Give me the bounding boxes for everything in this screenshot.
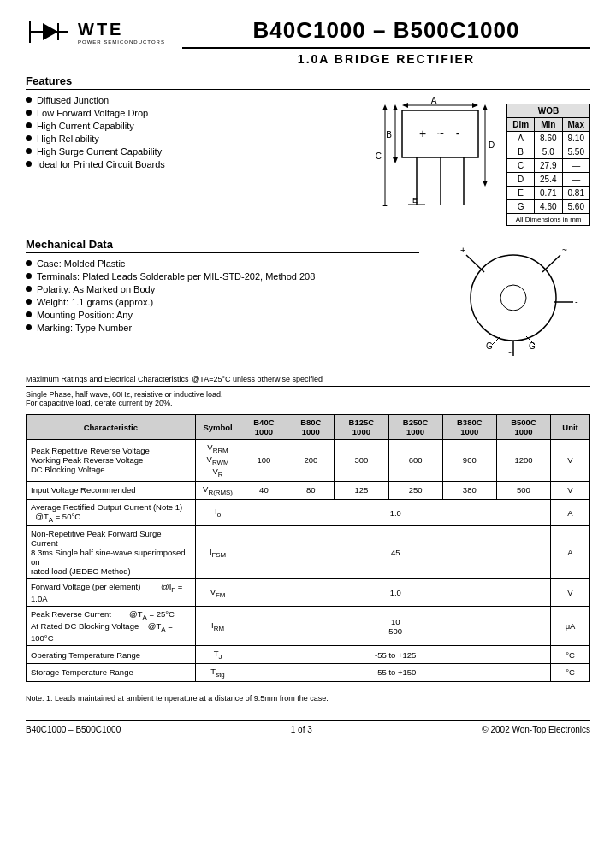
unit-cell: V xyxy=(551,579,590,607)
max-header: Max xyxy=(562,118,589,132)
wob-cell: — xyxy=(562,173,589,187)
symbol-cell: Tstg xyxy=(195,664,240,682)
characteristic-cell: Peak Reverse Current @TA = 25°CAt Rated … xyxy=(27,607,196,646)
characteristic-cell: Input Voltage Recommended xyxy=(27,481,196,499)
max-ratings-section: Maximum Ratings and Electrical Character… xyxy=(26,371,590,682)
wob-table: WOB Dim Min Max A8.609.10B5.05.50C27.9—D… xyxy=(506,104,590,226)
wob-cell: 4.60 xyxy=(535,200,562,214)
table-row: Peak Reverse Current @TA = 25°CAt Rated … xyxy=(27,607,590,646)
svg-marker-18 xyxy=(382,205,388,206)
main-title: B40C1000 – B500C1000 xyxy=(182,17,590,44)
list-item: Marking: Type Number xyxy=(26,323,419,333)
svg-text:~: ~ xyxy=(437,127,444,140)
features-content: Diffused Junction Low Forward Voltage Dr… xyxy=(26,95,590,226)
b125-header: B125C1000 xyxy=(335,415,388,440)
unit-cell: V xyxy=(551,440,590,482)
table-row: A8.609.10 xyxy=(507,132,590,145)
b250-cell: 600 xyxy=(388,440,442,482)
bullet-icon xyxy=(26,148,32,154)
symbol-cell: Io xyxy=(195,499,240,526)
svg-marker-6 xyxy=(472,103,478,108)
table-row: Input Voltage Recommended VR(RMS) 40 80 … xyxy=(27,481,590,499)
wob-cell: 5.60 xyxy=(562,200,589,214)
characteristic-cell: Peak Repetitive Reverse VoltageWorking P… xyxy=(27,440,196,482)
svg-text:+: + xyxy=(419,127,426,140)
list-item: High Surge Current Capability xyxy=(26,146,352,157)
symbol-cell: VRRMVRWMVR xyxy=(195,440,240,482)
diagram-area: A + ~ - B C xyxy=(361,95,590,226)
symbol-header: Symbol xyxy=(195,415,240,440)
svg-text:G: G xyxy=(486,341,493,351)
symbol-cell: IFSM xyxy=(195,526,240,579)
svg-text:A: A xyxy=(431,96,437,105)
package-diagram: A + ~ - B C xyxy=(361,95,498,206)
logo-area: WTE POWER SEMICONDUCTORS xyxy=(26,17,165,47)
unit-cell: °C xyxy=(551,664,590,682)
wob-cell: — xyxy=(562,159,589,173)
table-row: Peak Repetitive Reverse VoltageWorking P… xyxy=(27,440,590,482)
mechanical-section: Mechanical Data Case: Molded Plastic Ter… xyxy=(26,238,590,359)
merged-value-cell: 1.0 xyxy=(240,499,551,526)
subtitle: 1.0A BRIDGE RECTIFIER xyxy=(182,47,590,66)
b380-header: B380C1000 xyxy=(442,415,496,440)
svg-text:~: ~ xyxy=(508,348,513,358)
wob-cell: 8.60 xyxy=(535,132,562,145)
svg-line-31 xyxy=(466,255,484,272)
wob-cell: B xyxy=(507,145,535,159)
merged-value-cell: 45 xyxy=(240,526,551,579)
wob-cell: G xyxy=(507,200,535,214)
logo-subtitle: POWER SEMICONDUCTORS xyxy=(78,39,165,44)
b250-header: B250C1000 xyxy=(388,415,442,440)
page-header: WTE POWER SEMICONDUCTORS B40C1000 – B500… xyxy=(26,17,590,66)
wob-cell: 5.0 xyxy=(535,145,562,159)
svg-point-30 xyxy=(500,285,526,311)
dim-header: Dim xyxy=(507,118,535,132)
characteristic-cell: Non-Repetitive Peak Forward Surge Curren… xyxy=(27,526,196,579)
merged-value-cell: -55 to +125 xyxy=(240,646,551,664)
b40-cell: 40 xyxy=(240,481,287,499)
bullet-icon xyxy=(26,260,32,266)
svg-point-29 xyxy=(471,255,556,341)
table-row: Storage Temperature Range Tstg -55 to +1… xyxy=(27,664,590,682)
wob-cell: A xyxy=(507,132,535,145)
b500-cell: 1200 xyxy=(496,440,550,482)
svg-marker-13 xyxy=(393,104,398,110)
mechanical-list: Case: Molded Plastic Terminals: Plated L… xyxy=(26,258,419,333)
unit-cell: μA xyxy=(551,607,590,646)
merged-value-cell: 1.0 xyxy=(240,579,551,607)
list-item: Weight: 1.1 grams (approx.) xyxy=(26,297,419,307)
merged-value-cell: -55 to +150 xyxy=(240,664,551,682)
bullet-icon xyxy=(26,110,32,116)
list-item: Polarity: As Marked on Body xyxy=(26,284,419,294)
table-header-row: Characteristic Symbol B40C1000 B80C1000 … xyxy=(27,415,590,440)
bullet-icon xyxy=(26,122,32,128)
b80-cell: 200 xyxy=(287,440,335,482)
wob-cell: 0.81 xyxy=(562,187,589,200)
features-list-area: Diffused Junction Low Forward Voltage Dr… xyxy=(26,95,352,226)
unit-cell: °C xyxy=(551,646,590,664)
wte-label: WTE xyxy=(78,20,165,39)
b500-header: B500C1000 xyxy=(496,415,550,440)
table-row: Operating Temperature Range TJ -55 to +1… xyxy=(27,646,590,664)
svg-line-33 xyxy=(542,255,560,272)
svg-text:-: - xyxy=(575,296,578,306)
mechanical-title: Mechanical Data xyxy=(26,238,419,253)
b125-cell: 125 xyxy=(335,481,388,499)
mechanical-list-area: Mechanical Data Case: Molded Plastic Ter… xyxy=(26,238,419,359)
wob-cell: D xyxy=(507,173,535,187)
svg-text:~: ~ xyxy=(562,246,567,255)
svg-marker-14 xyxy=(393,157,398,163)
list-item: Low Forward Voltage Drop xyxy=(26,108,352,118)
b40-cell: 100 xyxy=(240,440,287,482)
mechanical-content: Mechanical Data Case: Molded Plastic Ter… xyxy=(26,238,590,359)
characteristic-cell: Average Rectified Output Current (Note 1… xyxy=(27,499,196,526)
b250-cell: 250 xyxy=(388,481,442,499)
page-footer: B40C1000 – B500C1000 1 of 3 © 2002 Won-T… xyxy=(26,720,590,734)
wob-footer: All Dimensions in mm xyxy=(507,214,590,226)
svg-marker-2 xyxy=(43,23,58,40)
features-list: Diffused Junction Low Forward Voltage Dr… xyxy=(26,95,352,169)
svg-text:B: B xyxy=(386,130,392,139)
list-item: High Reliability xyxy=(26,133,352,144)
table-row: D25.4— xyxy=(507,173,590,187)
bullet-icon xyxy=(26,135,32,141)
